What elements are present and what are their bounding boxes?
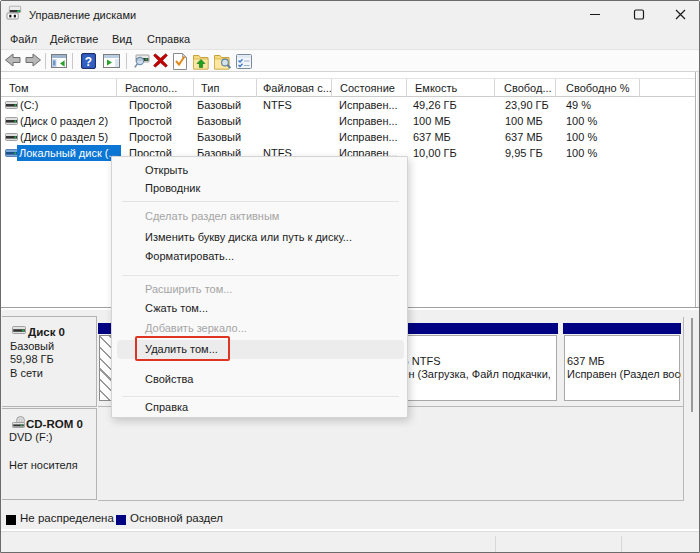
svg-text:?: ? — [85, 55, 92, 69]
